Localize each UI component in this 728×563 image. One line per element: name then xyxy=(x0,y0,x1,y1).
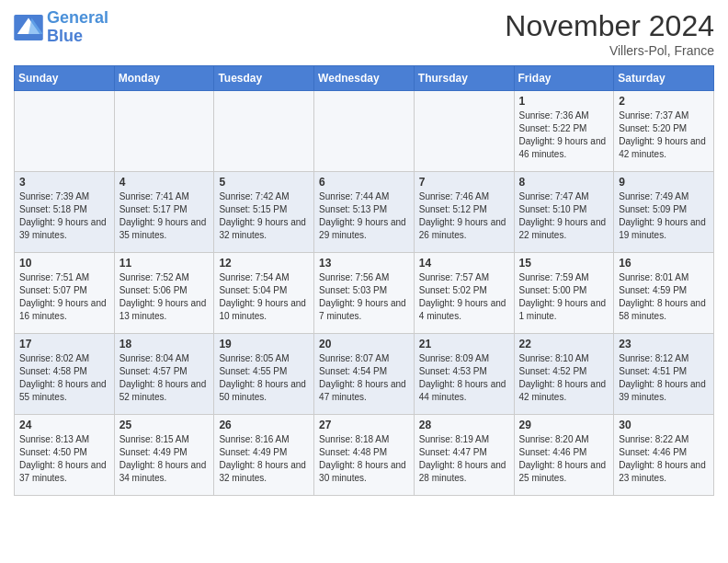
day-number: 14 xyxy=(419,257,509,270)
day-info: Sunrise: 7:56 AM Sunset: 5:03 PM Dayligh… xyxy=(319,271,409,323)
calendar-cell: 1Sunrise: 7:36 AM Sunset: 5:22 PM Daylig… xyxy=(514,91,614,172)
day-info: Sunrise: 8:04 AM Sunset: 4:57 PM Dayligh… xyxy=(119,352,210,404)
day-info: Sunrise: 7:51 AM Sunset: 5:07 PM Dayligh… xyxy=(19,271,109,323)
calendar-week-1: 1Sunrise: 7:36 AM Sunset: 5:22 PM Daylig… xyxy=(15,91,714,172)
col-thursday: Thursday xyxy=(414,66,514,91)
day-info: Sunrise: 8:22 AM Sunset: 4:46 PM Dayligh… xyxy=(619,433,709,485)
calendar-cell xyxy=(414,91,514,172)
day-info: Sunrise: 8:07 AM Sunset: 4:54 PM Dayligh… xyxy=(319,352,409,404)
calendar-header: Sunday Monday Tuesday Wednesday Thursday… xyxy=(15,66,714,91)
calendar-cell: 14Sunrise: 7:57 AM Sunset: 5:02 PM Dayli… xyxy=(414,253,514,334)
calendar-body: 1Sunrise: 7:36 AM Sunset: 5:22 PM Daylig… xyxy=(15,91,714,496)
day-number: 22 xyxy=(519,338,609,350)
day-info: Sunrise: 7:47 AM Sunset: 5:10 PM Dayligh… xyxy=(519,190,609,242)
calendar-cell: 23Sunrise: 8:12 AM Sunset: 4:51 PM Dayli… xyxy=(614,334,714,415)
day-number: 21 xyxy=(419,338,509,350)
day-number: 9 xyxy=(619,176,709,189)
day-number: 27 xyxy=(319,419,409,431)
month-title: November 2024 xyxy=(505,9,714,43)
day-info: Sunrise: 8:19 AM Sunset: 4:47 PM Dayligh… xyxy=(419,433,509,485)
day-number: 12 xyxy=(219,257,309,270)
col-friday: Friday xyxy=(514,66,614,91)
calendar-cell: 10Sunrise: 7:51 AM Sunset: 5:07 PM Dayli… xyxy=(15,253,115,334)
day-number: 20 xyxy=(319,338,409,350)
calendar-cell: 5Sunrise: 7:42 AM Sunset: 5:15 PM Daylig… xyxy=(214,172,314,253)
day-number: 2 xyxy=(619,95,709,108)
calendar-week-4: 17Sunrise: 8:02 AM Sunset: 4:58 PM Dayli… xyxy=(15,334,714,415)
day-info: Sunrise: 7:36 AM Sunset: 5:22 PM Dayligh… xyxy=(519,109,609,161)
day-number: 24 xyxy=(19,419,109,431)
calendar-cell: 26Sunrise: 8:16 AM Sunset: 4:49 PM Dayli… xyxy=(214,415,314,496)
day-info: Sunrise: 7:46 AM Sunset: 5:12 PM Dayligh… xyxy=(419,190,509,242)
day-info: Sunrise: 7:42 AM Sunset: 5:15 PM Dayligh… xyxy=(219,190,309,242)
calendar-cell: 27Sunrise: 8:18 AM Sunset: 4:48 PM Dayli… xyxy=(314,415,415,496)
calendar-cell: 15Sunrise: 7:59 AM Sunset: 5:00 PM Dayli… xyxy=(514,253,614,334)
day-number: 26 xyxy=(219,419,309,431)
day-info: Sunrise: 7:41 AM Sunset: 5:17 PM Dayligh… xyxy=(119,190,210,242)
calendar-week-3: 10Sunrise: 7:51 AM Sunset: 5:07 PM Dayli… xyxy=(15,253,714,334)
day-number: 17 xyxy=(19,338,109,350)
day-number: 13 xyxy=(319,257,409,270)
calendar-cell: 8Sunrise: 7:47 AM Sunset: 5:10 PM Daylig… xyxy=(514,172,614,253)
calendar-cell: 18Sunrise: 8:04 AM Sunset: 4:57 PM Dayli… xyxy=(114,334,214,415)
calendar-cell: 24Sunrise: 8:13 AM Sunset: 4:50 PM Dayli… xyxy=(15,415,115,496)
day-info: Sunrise: 8:15 AM Sunset: 4:49 PM Dayligh… xyxy=(119,433,210,485)
day-info: Sunrise: 7:49 AM Sunset: 5:09 PM Dayligh… xyxy=(619,190,709,242)
day-info: Sunrise: 8:20 AM Sunset: 4:46 PM Dayligh… xyxy=(519,433,609,485)
day-number: 28 xyxy=(419,419,509,431)
logo: General Blue xyxy=(14,9,108,46)
calendar-cell: 6Sunrise: 7:44 AM Sunset: 5:13 PM Daylig… xyxy=(314,172,415,253)
calendar-cell: 7Sunrise: 7:46 AM Sunset: 5:12 PM Daylig… xyxy=(414,172,514,253)
day-info: Sunrise: 8:02 AM Sunset: 4:58 PM Dayligh… xyxy=(19,352,109,404)
day-info: Sunrise: 7:57 AM Sunset: 5:02 PM Dayligh… xyxy=(419,271,509,323)
logo-text: General Blue xyxy=(47,9,108,46)
day-info: Sunrise: 8:09 AM Sunset: 4:53 PM Dayligh… xyxy=(419,352,509,404)
day-number: 15 xyxy=(519,257,609,270)
day-number: 23 xyxy=(619,338,709,350)
calendar-cell: 28Sunrise: 8:19 AM Sunset: 4:47 PM Dayli… xyxy=(414,415,514,496)
calendar-cell: 3Sunrise: 7:39 AM Sunset: 5:18 PM Daylig… xyxy=(15,172,115,253)
calendar-table: Sunday Monday Tuesday Wednesday Thursday… xyxy=(14,65,714,496)
day-info: Sunrise: 7:54 AM Sunset: 5:04 PM Dayligh… xyxy=(219,271,309,323)
calendar-cell: 20Sunrise: 8:07 AM Sunset: 4:54 PM Dayli… xyxy=(314,334,415,415)
col-tuesday: Tuesday xyxy=(214,66,314,91)
calendar-cell: 4Sunrise: 7:41 AM Sunset: 5:17 PM Daylig… xyxy=(114,172,214,253)
calendar-cell: 2Sunrise: 7:37 AM Sunset: 5:20 PM Daylig… xyxy=(614,91,714,172)
calendar-cell: 12Sunrise: 7:54 AM Sunset: 5:04 PM Dayli… xyxy=(214,253,314,334)
calendar-cell xyxy=(114,91,214,172)
day-info: Sunrise: 7:44 AM Sunset: 5:13 PM Dayligh… xyxy=(319,190,409,242)
day-number: 25 xyxy=(119,419,210,431)
calendar-cell xyxy=(214,91,314,172)
day-number: 4 xyxy=(119,176,210,189)
location-subtitle: Villers-Pol, France xyxy=(505,43,714,58)
day-info: Sunrise: 8:18 AM Sunset: 4:48 PM Dayligh… xyxy=(319,433,409,485)
calendar-cell: 29Sunrise: 8:20 AM Sunset: 4:46 PM Dayli… xyxy=(514,415,614,496)
day-info: Sunrise: 7:37 AM Sunset: 5:20 PM Dayligh… xyxy=(619,109,709,161)
logo-line1: General xyxy=(47,8,108,27)
calendar-cell: 19Sunrise: 8:05 AM Sunset: 4:55 PM Dayli… xyxy=(214,334,314,415)
day-info: Sunrise: 7:52 AM Sunset: 5:06 PM Dayligh… xyxy=(119,271,210,323)
calendar-week-5: 24Sunrise: 8:13 AM Sunset: 4:50 PM Dayli… xyxy=(15,415,714,496)
col-sunday: Sunday xyxy=(15,66,115,91)
calendar-cell: 16Sunrise: 8:01 AM Sunset: 4:59 PM Dayli… xyxy=(614,253,714,334)
day-number: 29 xyxy=(519,419,609,431)
day-number: 30 xyxy=(619,419,709,431)
col-saturday: Saturday xyxy=(614,66,714,91)
calendar-cell: 22Sunrise: 8:10 AM Sunset: 4:52 PM Dayli… xyxy=(514,334,614,415)
calendar-cell: 9Sunrise: 7:49 AM Sunset: 5:09 PM Daylig… xyxy=(614,172,714,253)
day-info: Sunrise: 8:12 AM Sunset: 4:51 PM Dayligh… xyxy=(619,352,709,404)
day-number: 7 xyxy=(419,176,509,189)
day-info: Sunrise: 8:01 AM Sunset: 4:59 PM Dayligh… xyxy=(619,271,709,323)
calendar-cell: 13Sunrise: 7:56 AM Sunset: 5:03 PM Dayli… xyxy=(314,253,415,334)
day-number: 16 xyxy=(619,257,709,270)
calendar-cell: 11Sunrise: 7:52 AM Sunset: 5:06 PM Dayli… xyxy=(114,253,214,334)
calendar-cell: 17Sunrise: 8:02 AM Sunset: 4:58 PM Dayli… xyxy=(15,334,115,415)
day-number: 10 xyxy=(19,257,109,270)
day-number: 3 xyxy=(19,176,109,189)
calendar-cell: 25Sunrise: 8:15 AM Sunset: 4:49 PM Dayli… xyxy=(114,415,214,496)
day-info: Sunrise: 8:10 AM Sunset: 4:52 PM Dayligh… xyxy=(519,352,609,404)
calendar-cell: 21Sunrise: 8:09 AM Sunset: 4:53 PM Dayli… xyxy=(414,334,514,415)
day-number: 8 xyxy=(519,176,609,189)
logo-icon xyxy=(14,15,43,40)
day-number: 5 xyxy=(219,176,309,189)
